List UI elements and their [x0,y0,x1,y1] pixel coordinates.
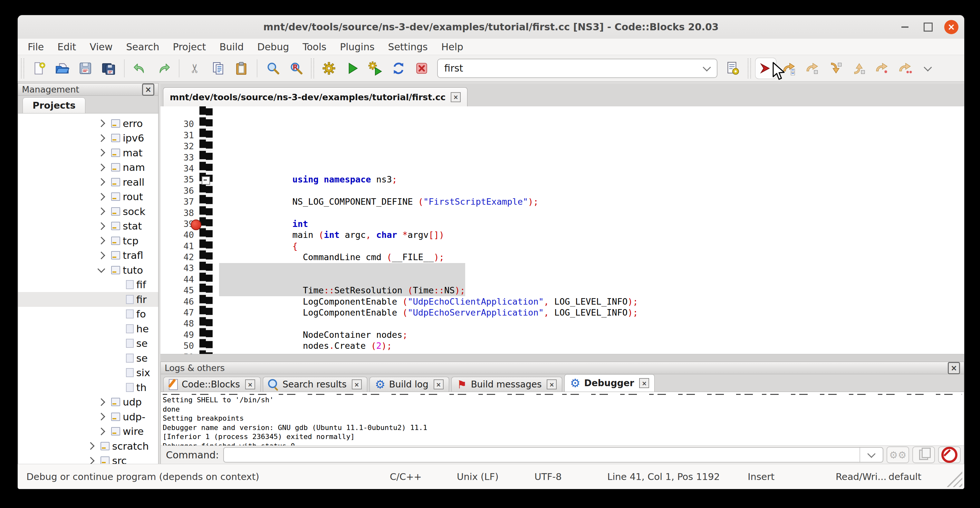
code-line[interactable]: 38 cmd.Parse (argc, argv); [161,196,964,207]
tree-item[interactable]: th [18,380,158,395]
menu-item[interactable]: Settings [382,41,434,53]
code-line[interactable]: 46 [161,285,964,296]
code-line[interactable]: 49 pointToPoint.SetChannelAttribute ("De… [161,318,964,329]
code-line[interactable]: 41 LogComponentEnable ("UdpEchoClientApp… [161,229,964,240]
expand-chevron-icon[interactable] [97,398,105,406]
code-line[interactable]: 30 using namespace ns3; [161,108,964,119]
menu-item[interactable]: View [83,41,119,53]
fold-minus-icon[interactable] [202,176,210,185]
build-button[interactable] [318,58,339,79]
horizontal-splitter[interactable] [161,354,964,362]
next-line-button[interactable] [802,58,822,79]
tree-item[interactable]: src [18,454,158,464]
toolbar-overflow-chevron-icon[interactable] [924,63,932,71]
menu-item[interactable]: Edit [51,41,83,53]
expand-chevron-icon[interactable] [97,252,105,259]
tab-search-results[interactable]: Search results × [263,377,367,392]
code-line[interactable]: 45 nodes.Create (2); [161,274,964,285]
code-line[interactable]: 40 Time::SetResolution (Time::NS); [161,218,964,229]
code-line[interactable]: 47 PointToPointHelper pointToPoint; [161,296,964,307]
toolbar-grip[interactable] [748,58,751,78]
tab-close-icon[interactable]: × [639,378,649,388]
tree-item[interactable]: scratch [18,439,158,454]
debugger-log-output[interactable]: Setting SHELL to '/bin/sh'doneSetting br… [161,392,964,446]
code-line[interactable]: 34 int [161,152,964,163]
tree-item[interactable]: fir [18,292,158,307]
tab-close-icon[interactable]: × [434,379,444,389]
tree-item[interactable]: trafl [18,248,158,263]
tree-item[interactable]: se [18,351,158,366]
debugging-windows-button[interactable]: ⚙⚙ [886,446,909,463]
code-line[interactable]: 36 { [161,174,964,185]
menu-item[interactable]: Project [166,41,213,53]
cut-button[interactable]: ✂ [185,58,205,79]
maximize-button[interactable] [921,20,935,34]
save-button[interactable] [75,58,96,79]
expand-chevron-icon[interactable] [97,193,105,201]
code-line[interactable]: 51 NetDeviceContainer devices; [161,341,964,351]
code-area[interactable]: 30 using namespace ns3; 31 [161,107,964,354]
title-bar[interactable]: mnt/dev/tools/source/ns-3-dev/examples/t… [18,15,964,39]
tree-item[interactable]: fo [18,307,158,322]
code-line[interactable]: 48 pointToPoint.SetDeviceAttribute ("Dat… [161,307,964,318]
management-close-button[interactable]: × [142,83,154,96]
tree-item[interactable]: wire [18,424,158,439]
open-file-button[interactable] [52,58,73,79]
menu-item[interactable]: Plugins [333,41,381,53]
redo-button[interactable] [153,58,173,79]
tab-close-icon[interactable]: × [245,379,255,389]
editor-tab-first-cc[interactable]: mnt/dev/tools/source/ns-3-dev/examples/t… [163,88,468,107]
new-file-button[interactable] [29,58,49,79]
tab-debugger[interactable]: ⚙ Debugger × [565,374,655,392]
expand-chevron-icon[interactable] [87,457,94,464]
tree-item[interactable]: ipv6 [18,131,158,146]
code-line[interactable]: 33 [161,141,964,152]
undo-button[interactable] [130,58,150,79]
find-button[interactable] [262,58,283,79]
code-line[interactable]: 31 [161,119,964,130]
tab-close-icon[interactable]: × [547,379,557,389]
next-instruction-button[interactable] [872,58,892,79]
code-line[interactable]: 32 NS_LOG_COMPONENT_DEFINE ("FirstScript… [161,130,964,141]
code-line[interactable]: 39 [161,208,964,218]
expand-chevron-icon[interactable] [97,149,105,157]
code-line[interactable]: 43 [161,252,964,263]
code-line[interactable]: 50 [161,330,964,341]
code-line[interactable]: 42 LogComponentEnable ("UdpEchoServerApp… [161,241,964,252]
expand-chevron-icon[interactable] [97,163,105,171]
breakpoint-icon[interactable] [191,220,201,230]
toolbar-grip[interactable] [311,58,314,78]
tree-item[interactable]: tcp [18,233,158,248]
close-button[interactable]: × [944,20,958,34]
tab-build-log[interactable]: ⚙ Build log × [369,377,449,392]
tree-item[interactable]: se [18,336,158,351]
step-out-button[interactable] [848,58,869,79]
tree-item[interactable]: fif [18,277,158,292]
expand-chevron-icon[interactable] [97,134,105,142]
step-into-button[interactable] [825,58,846,79]
incremental-search-list-button[interactable] [722,58,743,79]
expand-chevron-icon[interactable] [97,237,105,245]
paste-button[interactable] [231,58,251,79]
stop-debugger-button[interactable] [938,446,961,463]
tree-item[interactable]: nam [18,160,158,175]
tree-item[interactable]: six [18,366,158,381]
tree-item[interactable]: he [18,322,158,336]
logs-close-button[interactable]: × [948,362,960,374]
code-line[interactable]: 44 NodeContainer nodes; [161,263,964,274]
expand-chevron-icon[interactable] [97,178,105,186]
expand-chevron-icon[interactable] [97,413,105,420]
tree-item[interactable]: stat [18,219,158,234]
tree-item[interactable]: udp- [18,409,158,424]
code-line[interactable]: 37 CommandLine cmd (__FILE__); [161,185,964,196]
command-input[interactable] [224,450,859,460]
expand-chevron-icon[interactable] [97,222,105,230]
menu-item[interactable]: Debug [251,41,296,53]
expand-chevron-icon[interactable] [97,208,105,215]
copy-log-button[interactable] [912,446,935,463]
tree-item[interactable]: erro [18,116,158,131]
tree-item[interactable]: sock [18,204,158,219]
expand-chevron-icon[interactable] [97,265,105,273]
abort-button[interactable] [411,58,432,79]
editor-tab-close-icon[interactable]: × [451,92,461,102]
